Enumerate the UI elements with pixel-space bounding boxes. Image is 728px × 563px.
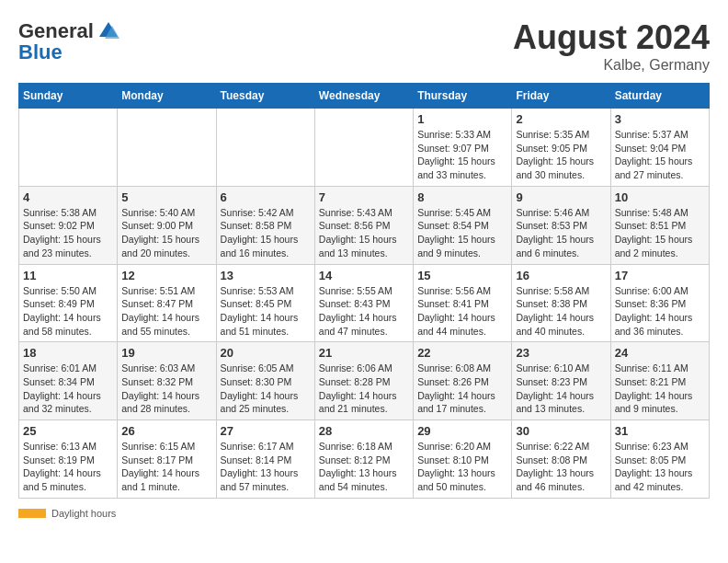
day-info: Sunrise: 6:18 AMSunset: 8:12 PMDaylight:… (319, 440, 409, 494)
calendar-cell: 19Sunrise: 6:03 AMSunset: 8:32 PMDayligh… (118, 342, 216, 420)
calendar-cell: 25Sunrise: 6:13 AMSunset: 8:19 PMDayligh… (19, 420, 118, 499)
calendar-cell: 20Sunrise: 6:05 AMSunset: 8:30 PMDayligh… (216, 342, 314, 420)
day-number: 16 (516, 269, 606, 282)
daylight-bar-icon (18, 509, 46, 518)
calendar-week-row: 25Sunrise: 6:13 AMSunset: 8:19 PMDayligh… (19, 420, 710, 499)
day-number: 25 (23, 424, 113, 438)
day-info: Sunrise: 5:35 AMSunset: 9:05 PMDaylight:… (516, 128, 606, 182)
calendar-cell: 12Sunrise: 5:51 AMSunset: 8:47 PMDayligh… (118, 264, 216, 342)
day-number: 19 (121, 346, 211, 360)
calendar-week-row: 18Sunrise: 6:01 AMSunset: 8:34 PMDayligh… (19, 342, 710, 420)
day-info: Sunrise: 6:23 AMSunset: 8:05 PMDaylight:… (615, 440, 705, 494)
day-number: 1 (417, 112, 507, 126)
calendar-day-header: Friday (512, 84, 610, 109)
day-number: 9 (516, 190, 606, 204)
page-header: General Blue August 2024 Kalbe, Germany (18, 18, 710, 74)
calendar-cell: 14Sunrise: 5:55 AMSunset: 8:43 PMDayligh… (314, 264, 413, 342)
calendar-table: SundayMondayTuesdayWednesdayThursdayFrid… (18, 83, 710, 499)
day-number: 31 (615, 424, 705, 438)
daylight-label: Daylight hours (51, 508, 116, 519)
calendar-cell: 10Sunrise: 5:48 AMSunset: 8:51 PMDayligh… (610, 186, 709, 264)
day-number: 15 (417, 269, 507, 282)
day-number: 8 (417, 190, 507, 204)
calendar-cell: 4Sunrise: 5:38 AMSunset: 9:02 PMDaylight… (19, 186, 118, 264)
day-info: Sunrise: 6:22 AMSunset: 8:08 PMDaylight:… (516, 440, 606, 494)
calendar-week-row: 4Sunrise: 5:38 AMSunset: 9:02 PMDaylight… (19, 186, 710, 264)
day-info: Sunrise: 5:46 AMSunset: 8:53 PMDaylight:… (516, 206, 606, 260)
calendar-cell: 7Sunrise: 5:43 AMSunset: 8:56 PMDaylight… (314, 186, 413, 264)
day-info: Sunrise: 6:20 AMSunset: 8:10 PMDaylight:… (417, 440, 507, 494)
day-number: 27 (221, 424, 311, 438)
day-number: 20 (221, 346, 311, 360)
calendar-day-header: Thursday (414, 84, 512, 109)
day-number: 11 (23, 269, 113, 282)
day-number: 14 (319, 269, 409, 282)
day-info: Sunrise: 6:13 AMSunset: 8:19 PMDaylight:… (23, 440, 113, 494)
calendar-cell: 2Sunrise: 5:35 AMSunset: 9:05 PMDaylight… (512, 109, 610, 187)
calendar-cell: 21Sunrise: 6:06 AMSunset: 8:28 PMDayligh… (314, 342, 413, 420)
day-info: Sunrise: 6:03 AMSunset: 8:32 PMDaylight:… (121, 362, 211, 416)
calendar-cell (118, 109, 216, 187)
logo: General Blue (18, 18, 121, 64)
calendar-cell: 28Sunrise: 6:18 AMSunset: 8:12 PMDayligh… (314, 420, 413, 499)
day-info: Sunrise: 6:10 AMSunset: 8:23 PMDaylight:… (516, 362, 606, 416)
day-number: 29 (417, 424, 507, 438)
calendar-day-header: Tuesday (216, 84, 314, 109)
day-info: Sunrise: 5:56 AMSunset: 8:41 PMDaylight:… (417, 284, 507, 339)
day-info: Sunrise: 5:48 AMSunset: 8:51 PMDaylight:… (615, 206, 705, 260)
calendar-cell: 24Sunrise: 6:11 AMSunset: 8:21 PMDayligh… (610, 342, 709, 420)
day-number: 7 (319, 190, 409, 204)
day-info: Sunrise: 6:01 AMSunset: 8:34 PMDaylight:… (23, 362, 113, 416)
calendar-cell (19, 109, 118, 187)
day-number: 21 (319, 346, 409, 360)
calendar-cell: 17Sunrise: 6:00 AMSunset: 8:36 PMDayligh… (610, 264, 709, 342)
calendar-cell: 18Sunrise: 6:01 AMSunset: 8:34 PMDayligh… (19, 342, 118, 420)
day-info: Sunrise: 5:50 AMSunset: 8:49 PMDaylight:… (23, 284, 113, 339)
day-info: Sunrise: 5:53 AMSunset: 8:45 PMDaylight:… (221, 284, 311, 339)
calendar-header-row: SundayMondayTuesdayWednesdayThursdayFrid… (19, 84, 710, 109)
day-info: Sunrise: 5:45 AMSunset: 8:54 PMDaylight:… (417, 206, 507, 260)
calendar-cell: 13Sunrise: 5:53 AMSunset: 8:45 PMDayligh… (216, 264, 314, 342)
day-info: Sunrise: 6:05 AMSunset: 8:30 PMDaylight:… (221, 362, 311, 416)
calendar-cell (216, 109, 314, 187)
calendar-cell: 29Sunrise: 6:20 AMSunset: 8:10 PMDayligh… (414, 420, 512, 499)
calendar-cell: 11Sunrise: 5:50 AMSunset: 8:49 PMDayligh… (19, 264, 118, 342)
calendar-day-header: Sunday (19, 84, 118, 109)
calendar-cell: 6Sunrise: 5:42 AMSunset: 8:58 PMDaylight… (216, 186, 314, 264)
logo-icon (96, 18, 121, 44)
day-info: Sunrise: 6:00 AMSunset: 8:36 PMDaylight:… (615, 284, 705, 339)
calendar-cell (314, 109, 413, 187)
calendar-cell: 26Sunrise: 6:15 AMSunset: 8:17 PMDayligh… (118, 420, 216, 499)
day-info: Sunrise: 6:17 AMSunset: 8:14 PMDaylight:… (221, 440, 311, 494)
day-info: Sunrise: 6:15 AMSunset: 8:17 PMDaylight:… (121, 440, 211, 494)
day-number: 30 (516, 424, 606, 438)
title-area: August 2024 Kalbe, Germany (513, 18, 710, 74)
calendar-cell: 9Sunrise: 5:46 AMSunset: 8:53 PMDaylight… (512, 186, 610, 264)
calendar-cell: 22Sunrise: 6:08 AMSunset: 8:26 PMDayligh… (414, 342, 512, 420)
day-info: Sunrise: 5:33 AMSunset: 9:07 PMDaylight:… (417, 128, 507, 182)
calendar-week-row: 1Sunrise: 5:33 AMSunset: 9:07 PMDaylight… (19, 109, 710, 187)
day-info: Sunrise: 6:06 AMSunset: 8:28 PMDaylight:… (319, 362, 409, 416)
calendar-cell: 15Sunrise: 5:56 AMSunset: 8:41 PMDayligh… (414, 264, 512, 342)
month-title: August 2024 (513, 18, 710, 57)
logo-blue-text: Blue (18, 40, 63, 63)
day-number: 10 (615, 190, 705, 204)
day-info: Sunrise: 5:38 AMSunset: 9:02 PMDaylight:… (23, 206, 113, 260)
day-number: 26 (121, 424, 211, 438)
day-number: 24 (615, 346, 705, 360)
day-info: Sunrise: 5:58 AMSunset: 8:38 PMDaylight:… (516, 284, 606, 339)
day-info: Sunrise: 5:55 AMSunset: 8:43 PMDaylight:… (319, 284, 409, 339)
calendar-day-header: Monday (118, 84, 216, 109)
day-number: 13 (221, 269, 311, 282)
calendar-day-header: Wednesday (314, 84, 413, 109)
day-info: Sunrise: 5:43 AMSunset: 8:56 PMDaylight:… (319, 206, 409, 260)
day-number: 2 (516, 112, 606, 126)
day-info: Sunrise: 6:08 AMSunset: 8:26 PMDaylight:… (417, 362, 507, 416)
calendar-cell: 31Sunrise: 6:23 AMSunset: 8:05 PMDayligh… (610, 420, 709, 499)
day-info: Sunrise: 5:37 AMSunset: 9:04 PMDaylight:… (615, 128, 705, 182)
day-number: 28 (319, 424, 409, 438)
location: Kalbe, Germany (513, 57, 710, 74)
day-number: 3 (615, 112, 705, 126)
day-number: 22 (417, 346, 507, 360)
day-number: 23 (516, 346, 606, 360)
